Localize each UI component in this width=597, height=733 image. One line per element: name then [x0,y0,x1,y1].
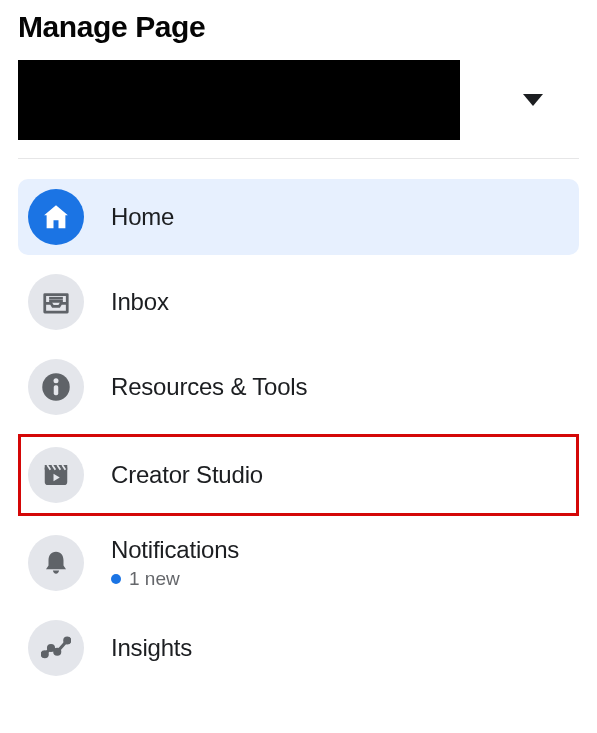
badge-dot-icon [111,574,121,584]
nav-item-creator-studio[interactable]: Creator Studio [18,434,579,516]
bell-icon [28,535,84,591]
badge-text: 1 new [129,568,180,590]
creator-studio-icon [28,447,84,503]
nav-item-insights[interactable]: Insights [18,610,579,686]
divider [18,158,579,159]
caret-down-icon [523,94,543,106]
nav-item-notifications[interactable]: Notifications 1 new [18,525,579,601]
current-page-thumbnail [18,60,460,140]
nav-label: Insights [111,634,192,662]
nav-label: Creator Studio [111,461,263,489]
home-icon [28,189,84,245]
nav-list: Home Inbox Resources & Tools [18,179,579,686]
nav-label: Inbox [111,288,169,316]
nav-item-resources-tools[interactable]: Resources & Tools [18,349,579,425]
svg-point-6 [49,646,54,651]
nav-item-inbox[interactable]: Inbox [18,264,579,340]
page-selector[interactable] [18,60,579,140]
info-icon [28,359,84,415]
svg-point-8 [65,638,70,643]
inbox-icon [28,274,84,330]
page-title: Manage Page [18,10,579,44]
nav-label: Resources & Tools [111,373,307,401]
insights-icon [28,620,84,676]
svg-point-5 [42,652,47,657]
svg-point-7 [55,649,60,654]
notification-badge: 1 new [111,568,239,590]
svg-point-1 [54,378,59,383]
nav-label: Notifications [111,536,239,564]
nav-item-home[interactable]: Home [18,179,579,255]
svg-rect-2 [54,385,59,395]
nav-label: Home [111,203,174,231]
